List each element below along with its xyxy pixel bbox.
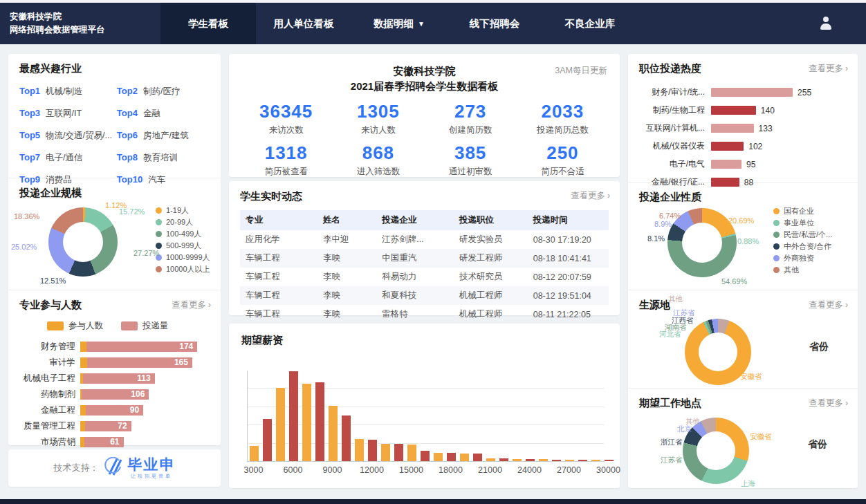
activity-cell: 08-11 21:22:05 [528,305,609,324]
tech-support-logo-text: 毕业申 让校招更简单 [128,457,176,480]
activity-column-header: 投递职位 [454,210,528,230]
stat-label: 通过初审数 [425,166,517,178]
majors-bars: 财务管理174审计学165机械电子工程113药物制剂106金融工程90质量管理工… [19,339,210,449]
legend-dot-icon [156,231,162,237]
majors-category-label: 市场营销 [19,436,80,448]
salary-bar [565,460,574,461]
company-size-donut [48,207,118,277]
donut-label: 15.72% [119,207,145,216]
salary-bar [460,454,469,461]
work-location-more-link[interactable]: 查看更多› [809,398,848,409]
work-location-axis-label: 省份 [808,438,827,451]
nav-tab-employers[interactable]: 用人单位看板 [256,3,351,44]
stat-label: 投递简历总数 [517,124,609,136]
activity-cell: 应用化学 [240,230,317,249]
stat-value: 273 [425,101,517,122]
legend-item[interactable]: 1000-9999人 [156,252,210,263]
salary-bar [263,419,272,461]
job-heat-bars: 财务/审计/统...255制药/生物工程140互联网/计算机...133机械/仪… [639,85,847,189]
majors-apply-segment [80,405,86,416]
majors-category-label: 财务管理 [19,341,80,353]
majors-category-label: 金融工程 [19,404,80,416]
user-icon[interactable] [819,17,833,30]
nav-tab-offline-fair[interactable]: 线下招聘会 [447,3,542,44]
stat-item: 2033投递简历总数 [517,101,609,142]
origin-more-link[interactable]: 查看更多› [809,299,848,311]
panel-work-location: 期望工作地点 查看更多› 省份 安徽省上海江苏省浙江省北京其他 [628,389,858,488]
donut-label: 27.27% [133,249,159,257]
legend-label: 1-19人 [166,205,189,216]
legend-item[interactable]: 事业单位 [773,217,832,229]
legend-item[interactable]: 10000人以上 [156,263,210,275]
legend-item[interactable]: 参与人数 [47,320,103,332]
majors-deliver-segment: 61 [84,437,123,447]
stat-value: 868 [332,142,424,164]
activity-cell: 车辆工程 [240,249,317,268]
majors-category-label: 质量管理工程 [19,420,80,432]
majors-bar: 61 [80,437,124,447]
legend-item[interactable]: 500-999人 [156,240,210,252]
legend-dot-icon [156,266,162,272]
legend-dot-icon [773,255,780,261]
majors-apply-segment [80,342,86,352]
salary-x-tick: 15000 [399,465,423,475]
nav-right [819,3,833,44]
stat-value: 250 [517,142,609,164]
legend-item[interactable]: 国有企业 [773,205,832,217]
donut-label: 其他 [668,295,683,304]
job-heat-row: 电子/电气95 [639,157,847,171]
activity-cell: 中国重汽 [376,249,454,268]
stats-grid: 36345来访次数1305来访人数273创建简历数2033投递简历总数1318简… [240,101,609,184]
salary-bar [552,460,561,461]
top-industry-rank: Top7 [19,152,40,162]
legend-label: 100-499人 [166,229,201,239]
salary-bar [407,445,416,461]
majors-apply-segment [80,357,87,368]
activity-cell: 技术研究员 [454,268,528,286]
top-industry-item: Top2制药/医疗 [117,86,210,97]
salary-bar [421,451,430,461]
donut-label: 安徽省 [740,372,762,382]
activity-column-header: 投递企业 [376,210,454,230]
salary-bar [499,458,508,461]
job-heat-more-link[interactable]: 查看更多› [809,63,848,75]
donut-label: 54.69% [721,277,747,286]
activity-more-link[interactable]: 查看更多› [571,190,610,202]
right-column: 职位投递热度 查看更多› 财务/审计/统...255制药/生物工程140互联网/… [628,54,858,488]
donut-label: 其他 [685,417,700,427]
majors-more-link[interactable]: 查看更多› [172,299,211,311]
legend-item[interactable]: 民营/私营/个... [773,229,832,241]
stat-item: 1305来访人数 [332,101,424,142]
brand-line2: 网络招聘会数据管理平台 [10,24,160,37]
donut-label: 0.88% [737,237,759,245]
activity-cell: 李映 [317,249,376,268]
legend-item[interactable]: 投递量 [121,320,169,332]
majors-deliver-segment: 113 [83,373,155,384]
legend-item[interactable]: 100-499人 [156,228,210,240]
activity-cell: 研发工程师 [454,249,528,268]
salary-bar [578,460,587,461]
legend-item[interactable]: 20-99人 [156,216,210,228]
activity-cell: 车辆工程 [240,286,317,305]
legend-item[interactable]: 外商独资 [773,252,832,264]
top-industry-rank: Top1 [19,86,40,96]
activity-cell: 08-12 20:07:59 [528,268,609,286]
main-content: 最感兴趣行业 Top1机械/制造Top2制药/医疗Top3互联网/ITTop4金… [0,44,866,488]
majors-category-label: 药物制剂 [19,389,80,400]
left-card: 最感兴趣行业 Top1机械/制造Top2制药/医疗Top3互联网/ITTop4金… [8,54,221,445]
activity-card: 学生实时动态 查看更多› 专业姓名投递企业投递职位投递时间 应用化学李中迎江苏剑… [229,181,620,315]
salary-bar [381,444,390,461]
donut-label: 25.02% [11,243,37,251]
stat-label: 创建简历数 [425,124,517,136]
activity-cell: 08-12 19:51:04 [528,286,609,305]
salary-bar [473,454,482,461]
nav-tab-data-detail[interactable]: 数据明细▼ [351,3,447,44]
activity-column-header: 投递时间 [528,210,609,230]
nav-tab-blacklist[interactable]: 不良企业库 [542,3,638,44]
legend-item[interactable]: 其他 [773,264,832,276]
legend-item[interactable]: 中外合资/合作 [773,241,832,252]
nav-tab-students[interactable]: 学生看板 [160,3,256,44]
job-heat-bar [711,106,756,115]
job-heat-value: 133 [759,124,773,133]
legend-item[interactable]: 1-19人 [156,205,210,216]
